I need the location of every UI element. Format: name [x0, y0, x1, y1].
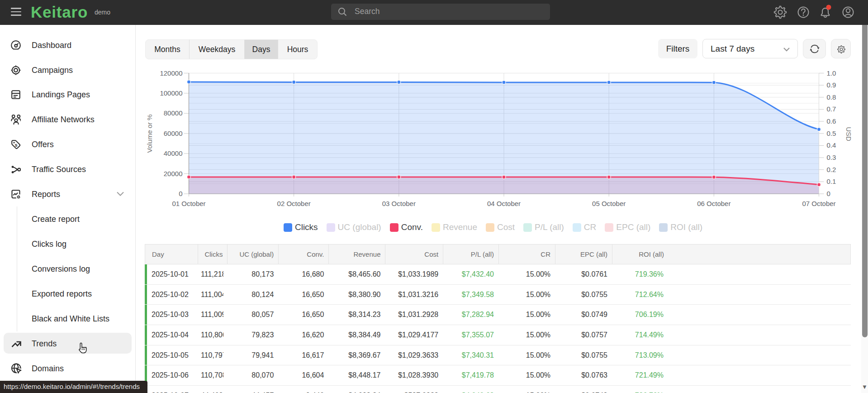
svg-text:0: 0: [179, 190, 182, 197]
svg-text:0.4: 0.4: [827, 141, 836, 149]
svg-text:01 October: 01 October: [172, 200, 205, 207]
svg-text:04 October: 04 October: [487, 200, 521, 207]
svg-text:s: s: [15, 142, 18, 148]
svg-text:0.5: 0.5: [827, 129, 836, 137]
svg-text:60000: 60000: [164, 129, 183, 137]
svg-text:100000: 100000: [160, 89, 182, 97]
svg-text:0.7: 0.7: [827, 105, 836, 113]
svg-text:03 October: 03 October: [382, 200, 416, 207]
svg-text:02 October: 02 October: [277, 200, 311, 207]
svg-text:0.2: 0.2: [827, 166, 836, 173]
svg-text:0.9: 0.9: [827, 81, 836, 89]
svg-text:1.0: 1.0: [827, 69, 836, 77]
svg-text:06 October: 06 October: [697, 200, 730, 207]
svg-text:0: 0: [827, 190, 830, 197]
svg-text:0.8: 0.8: [827, 93, 836, 101]
svg-text:0.1: 0.1: [827, 177, 836, 185]
svg-text:05 October: 05 October: [592, 200, 626, 207]
svg-text:40000: 40000: [164, 149, 183, 157]
svg-text:0.6: 0.6: [827, 117, 836, 125]
svg-text:07 October: 07 October: [802, 200, 835, 207]
svg-text:Volume or %: Volume or %: [146, 114, 153, 153]
svg-text:20000: 20000: [164, 170, 183, 177]
svg-text:0.3: 0.3: [827, 153, 836, 161]
svg-text:120000: 120000: [160, 69, 182, 77]
svg-text:USD: USD: [845, 127, 853, 141]
svg-text:80000: 80000: [164, 109, 183, 117]
